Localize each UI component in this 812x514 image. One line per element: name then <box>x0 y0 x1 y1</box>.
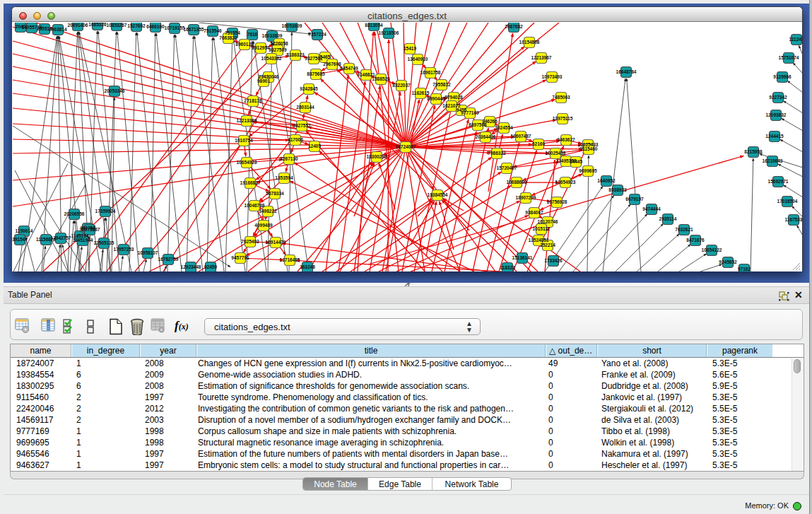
svg-text:10756928: 10756928 <box>547 199 567 204</box>
svg-text:16033809: 16033809 <box>262 33 283 38</box>
svg-text:10607487: 10607487 <box>511 134 531 139</box>
svg-text:13975115: 13975115 <box>553 116 573 121</box>
svg-text:62160: 62160 <box>532 141 545 146</box>
svg-text:9384067: 9384067 <box>525 210 543 215</box>
svg-text:9245652: 9245652 <box>719 259 737 264</box>
svg-text:252214: 252214 <box>540 243 555 247</box>
svg-text:8813054: 8813054 <box>365 23 383 28</box>
svg-text:12213369: 12213369 <box>237 118 257 123</box>
svg-text:7625402: 7625402 <box>241 239 259 244</box>
svg-text:20053346: 20053346 <box>105 88 125 93</box>
svg-text:18300295: 18300295 <box>367 154 387 159</box>
svg-text:15136141: 15136141 <box>512 255 533 260</box>
svg-text:2935114: 2935114 <box>659 216 677 221</box>
svg-text:17359924: 17359924 <box>95 209 116 214</box>
svg-text:8186323: 8186323 <box>286 52 305 57</box>
svg-text:13654923: 13654923 <box>555 180 576 185</box>
svg-text:8471676: 8471676 <box>686 238 705 243</box>
svg-text:15751074: 15751074 <box>779 55 799 60</box>
svg-text:111245: 111245 <box>789 37 802 42</box>
svg-text:1685326: 1685326 <box>88 23 107 27</box>
svg-text:3024554: 3024554 <box>495 125 513 130</box>
svg-text:7616: 7616 <box>247 32 258 37</box>
svg-text:1150614: 1150614 <box>16 228 33 233</box>
svg-text:9242845: 9242845 <box>300 86 318 91</box>
svg-text:1640952: 1640952 <box>597 178 616 183</box>
svg-text:15692971: 15692971 <box>768 179 789 184</box>
svg-text:4099489: 4099489 <box>254 223 273 228</box>
svg-text:16210643: 16210643 <box>763 158 783 163</box>
svg-text:5226058: 5226058 <box>270 41 288 46</box>
svg-text:13640910: 13640910 <box>408 57 428 62</box>
svg-text:98901: 98901 <box>257 78 270 83</box>
svg-text:30975867: 30975867 <box>80 227 100 232</box>
svg-text:163248: 163248 <box>300 264 315 269</box>
svg-text:8875685: 8875685 <box>307 71 325 76</box>
svg-text:10719155: 10719155 <box>165 25 185 30</box>
svg-text:3498222: 3498222 <box>259 209 277 214</box>
svg-text:8912954: 8912954 <box>252 45 270 50</box>
svg-text:17016504: 17016504 <box>777 199 798 204</box>
svg-text:7515546: 7515546 <box>204 28 222 33</box>
svg-text:9474444: 9474444 <box>642 206 661 211</box>
svg-text:1353594: 1353594 <box>275 175 293 180</box>
svg-text:9115460: 9115460 <box>580 146 598 151</box>
svg-text:1015112: 1015112 <box>533 226 551 231</box>
svg-text:9227342: 9227342 <box>769 95 787 100</box>
svg-text:8990448: 8990448 <box>427 96 445 101</box>
svg-text:10154808: 10154808 <box>519 40 540 45</box>
svg-text:16648784: 16648784 <box>616 69 637 74</box>
svg-text:7955812: 7955812 <box>433 82 451 87</box>
svg-text:15419: 15419 <box>404 46 416 51</box>
svg-text:19166827: 19166827 <box>240 180 261 185</box>
svg-text:5465: 5465 <box>320 54 331 59</box>
svg-text:8960124: 8960124 <box>235 42 254 47</box>
svg-text:20206556: 20206556 <box>64 211 85 216</box>
svg-text:10046788: 10046788 <box>245 203 265 208</box>
svg-text:391547: 391547 <box>12 237 28 242</box>
svg-text:9777169: 9777169 <box>461 110 479 115</box>
svg-text:2687682: 2687682 <box>505 24 523 29</box>
svg-text:16782759: 16782759 <box>158 257 179 262</box>
svg-text:16961758: 16961758 <box>420 70 441 75</box>
svg-text:16914479: 16914479 <box>266 240 286 245</box>
svg-text:8938923: 8938923 <box>608 187 627 192</box>
svg-text:2063814: 2063814 <box>49 27 67 32</box>
svg-text:12942757: 12942757 <box>51 235 71 240</box>
svg-text:18724007: 18724007 <box>396 144 416 149</box>
svg-text:6679197: 6679197 <box>625 197 644 201</box>
svg-text:7485063: 7485063 <box>552 95 570 100</box>
svg-text:10654923: 10654923 <box>237 160 257 165</box>
svg-text:13716485: 13716485 <box>280 257 300 262</box>
svg-text:6466160: 6466160 <box>146 24 165 29</box>
svg-text:10025438: 10025438 <box>546 151 566 156</box>
svg-text:18907299: 18907299 <box>516 195 536 200</box>
svg-text:15720407: 15720407 <box>497 165 517 170</box>
svg-text:10973493: 10973493 <box>542 74 563 79</box>
svg-text:2803144: 2803144 <box>296 105 314 110</box>
svg-text:7986322: 7986322 <box>488 151 506 156</box>
svg-text:12923448: 12923448 <box>181 264 201 269</box>
svg-text:1733426: 1733426 <box>544 258 563 263</box>
svg-text:417006: 417006 <box>288 137 303 142</box>
svg-text:8267130: 8267130 <box>280 156 298 161</box>
svg-text:10853267: 10853267 <box>107 23 127 28</box>
svg-text:10654122: 10654122 <box>702 247 722 252</box>
svg-text:5678334: 5678334 <box>266 191 284 196</box>
svg-text:16053809: 16053809 <box>282 23 302 28</box>
svg-text:84445: 84445 <box>570 159 582 164</box>
svg-text:8454749: 8454749 <box>340 66 358 71</box>
svg-text:9457791: 9457791 <box>231 255 249 260</box>
svg-text:16671355: 16671355 <box>184 27 204 32</box>
svg-text:8322037: 8322037 <box>392 83 411 88</box>
svg-text:12505135: 12505135 <box>94 240 114 245</box>
svg-text:7663822: 7663822 <box>219 35 237 40</box>
svg-text:10958107: 10958107 <box>138 250 158 255</box>
svg-text:12213967: 12213967 <box>531 55 552 60</box>
svg-text:6794028: 6794028 <box>445 95 463 100</box>
svg-text:1010754: 1010754 <box>235 138 253 143</box>
svg-text:9699695: 9699695 <box>579 168 597 173</box>
svg-text:97162: 97162 <box>738 267 751 271</box>
svg-text:12405: 12405 <box>308 144 321 148</box>
svg-text:2967608: 2967608 <box>323 62 341 66</box>
